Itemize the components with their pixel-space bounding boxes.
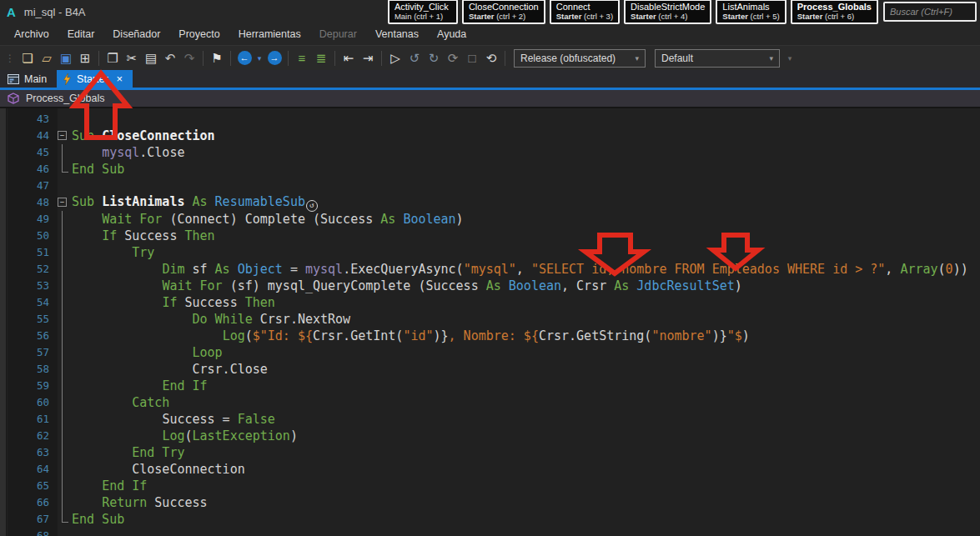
code-line[interactable]: 55 Do While Crsr.NextRow	[0, 311, 980, 328]
code-line[interactable]: 57 Loop	[0, 344, 980, 361]
code-line[interactable]: 43	[0, 111, 980, 128]
fold-toggle-icon[interactable]: −	[58, 131, 67, 140]
debug-resume-icon[interactable]: ↺	[405, 48, 424, 68]
sub-button-connect[interactable]: ConnectStarter (ctrl + 3)	[550, 0, 620, 24]
sub-button-disablestrictmode[interactable]: DisableStrictModeStarter (ctrl + 4)	[624, 0, 711, 24]
sub-button-activity_click[interactable]: Activity_ClickMain (ctrl + 1)	[388, 0, 458, 24]
code-line[interactable]: 47	[0, 178, 980, 194]
cut-icon[interactable]: ✂	[123, 48, 141, 68]
indent-icon[interactable]: ⇥	[359, 48, 377, 68]
menu-item-diseñador[interactable]: Diseñador	[103, 24, 169, 44]
line-number[interactable]: 63	[0, 444, 58, 461]
code-line[interactable]: 67End Sub	[0, 511, 980, 528]
line-number[interactable]: 56	[0, 328, 58, 344]
code-line[interactable]: 62 Log(LastException)	[0, 428, 980, 444]
line-number[interactable]: 45	[0, 144, 58, 161]
tab-starter[interactable]: Starter×	[57, 70, 133, 88]
line-number[interactable]: 62	[0, 428, 58, 444]
line-number[interactable]: 64	[0, 461, 58, 478]
breadcrumb[interactable]: Process_Globals	[0, 90, 980, 108]
code-line[interactable]: 61 Success = False	[0, 411, 980, 428]
tab-main[interactable]: Main	[2, 70, 57, 88]
code-line[interactable]: 53 Wait For (sf) mysql_QueryComplete (Su…	[0, 278, 980, 294]
line-number[interactable]: 59	[0, 378, 58, 394]
menu-item-proyecto[interactable]: Proyecto	[169, 24, 229, 44]
line-number[interactable]: 51	[0, 244, 58, 261]
toolbar-overflow-icon[interactable]: ▾	[785, 48, 795, 68]
toolbar-grip[interactable]: ⋮	[3, 53, 18, 64]
fold-toggle-icon[interactable]: −	[58, 198, 67, 207]
back-history-icon[interactable]: ▾	[254, 48, 264, 68]
line-number[interactable]: 68	[0, 528, 58, 536]
menu-item-herramientas[interactable]: Herramientas	[229, 24, 310, 44]
code-line[interactable]: 52 Dim sf As Object = mysql.ExecQueryAsy…	[0, 261, 980, 278]
line-number[interactable]: 49	[0, 211, 58, 228]
line-number[interactable]: 66	[0, 494, 58, 511]
menu-item-ayuda[interactable]: Ayuda	[428, 24, 475, 44]
code-line[interactable]: 64 CloseConnection	[0, 461, 980, 478]
paste-icon[interactable]: ▤	[142, 48, 160, 68]
sub-button-listanimals[interactable]: ListAnimalsStarter (ctrl + 5)	[716, 0, 786, 24]
code-line[interactable]: 66 Return Success	[0, 494, 980, 511]
close-icon[interactable]: ×	[117, 73, 123, 85]
line-number[interactable]: 44	[0, 128, 58, 144]
menu-item-editar[interactable]: Editar	[58, 24, 104, 44]
line-number[interactable]: 46	[0, 161, 58, 178]
line-number[interactable]: 48	[0, 194, 58, 211]
line-number[interactable]: 52	[0, 261, 58, 278]
bookmark-icon[interactable]: ⚑	[208, 48, 226, 68]
run-icon[interactable]: ▷	[386, 48, 405, 68]
line-number[interactable]: 60	[0, 394, 58, 411]
sub-button-process_globals[interactable]: Process_GlobalsStarter (ctrl + 6)	[791, 0, 878, 24]
stop-icon[interactable]: □	[463, 48, 481, 68]
build-configuration-select[interactable]: Release (obfuscated) ▾	[514, 49, 646, 68]
code-editor[interactable]: 4344−Sub CloseConnection45 mysql.Close46…	[0, 108, 980, 536]
debug-restart-icon[interactable]: ⟳	[444, 48, 462, 68]
undo-icon[interactable]: ↶	[161, 48, 179, 68]
line-number[interactable]: 47	[0, 178, 58, 194]
line-number[interactable]: 67	[0, 511, 58, 528]
build-variant-select[interactable]: Default ▾	[655, 49, 780, 68]
code-line[interactable]: 49 Wait For (Connect) Complete (Success …	[0, 211, 980, 228]
code-line[interactable]: 59 End If	[0, 378, 980, 394]
code-line[interactable]: 51 Try	[0, 244, 980, 261]
line-number[interactable]: 55	[0, 311, 58, 328]
code-line[interactable]: 60 Catch	[0, 394, 980, 411]
menu-item-archivo[interactable]: Archivo	[5, 24, 58, 44]
menu-item-ventanas[interactable]: Ventanas	[366, 24, 428, 44]
code-line[interactable]: 65 End If	[0, 478, 980, 494]
new-file-icon[interactable]: ❏	[18, 48, 37, 68]
clean-project-icon[interactable]: ⟲	[482, 48, 500, 68]
sub-button-closeconnection[interactable]: CloseConnectionStarter (ctrl + 2)	[462, 0, 545, 24]
code-line[interactable]: 54 If Success Then	[0, 294, 980, 311]
code-line[interactable]: 45 mysql.Close	[0, 144, 980, 161]
code-line[interactable]: 46End Sub	[0, 161, 980, 178]
code-line[interactable]: 56 Log($"Id: ${Crsr.GetInt("id")}, Nombr…	[0, 328, 980, 344]
redo-icon[interactable]: ↷	[180, 48, 199, 68]
line-number[interactable]: 54	[0, 294, 58, 311]
code-line[interactable]: 44−Sub CloseConnection	[0, 128, 980, 144]
line-number[interactable]: 53	[0, 278, 58, 294]
code-line[interactable]: 48−Sub ListAnimals As ResumableSub↺	[0, 194, 980, 211]
code-line[interactable]: 63 End Try	[0, 444, 980, 461]
search-input[interactable]	[883, 2, 977, 22]
line-number[interactable]: 58	[0, 361, 58, 378]
line-number[interactable]: 43	[0, 111, 58, 128]
outdent-icon[interactable]: ⇤	[339, 48, 358, 68]
code-line[interactable]: 50 If Success Then	[0, 228, 980, 244]
navigate-forward-icon[interactable]: →	[265, 48, 284, 68]
line-number[interactable]: 50	[0, 228, 58, 244]
copy-icon[interactable]: ❐	[103, 48, 122, 68]
line-number[interactable]: 57	[0, 344, 58, 361]
package-icon[interactable]: ⊞	[76, 48, 94, 68]
open-file-icon[interactable]: ▱	[38, 48, 56, 68]
code-line[interactable]: 68	[0, 528, 980, 536]
line-number[interactable]: 65	[0, 478, 58, 494]
comment-icon[interactable]: ≡	[293, 48, 311, 68]
debug-step-icon[interactable]: ↻	[425, 48, 443, 68]
uncomment-icon[interactable]: ≣	[312, 48, 330, 68]
save-icon[interactable]: ▣	[57, 48, 75, 68]
line-number[interactable]: 61	[0, 411, 58, 428]
code-line[interactable]: 58 Crsr.Close	[0, 361, 980, 378]
navigate-back-icon[interactable]: ←	[235, 48, 254, 68]
